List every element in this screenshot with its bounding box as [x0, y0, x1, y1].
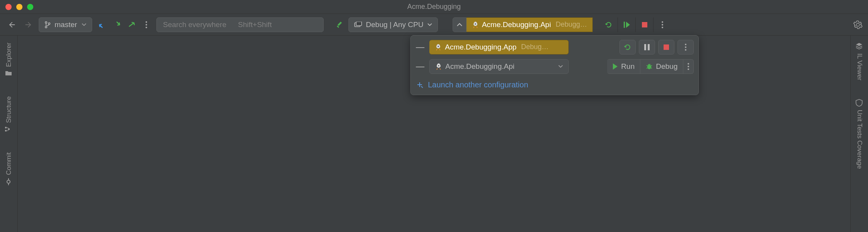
build-button[interactable] — [335, 20, 345, 29]
svg-point-21 — [438, 65, 439, 66]
vcs-push-button[interactable] — [128, 21, 136, 29]
rocket-icon — [435, 63, 442, 70]
rocket-icon — [472, 21, 479, 28]
branch-name: master — [55, 20, 77, 29]
svg-point-3 — [146, 21, 147, 23]
run-config-name: Acme.Debugging.Api — [445, 62, 515, 71]
svg-rect-27 — [5, 130, 7, 131]
rocket-icon — [435, 44, 442, 51]
configuration-icon — [354, 22, 362, 28]
left-sidebar: Explorer Structure Commit — [0, 36, 18, 232]
debug-button-label: Debug — [656, 62, 678, 71]
launch-another-configuration[interactable]: Launch another configuration — [415, 78, 694, 89]
run-configuration-pill-primary[interactable]: Acme.Debugging.Api Debugg… — [467, 17, 593, 32]
svg-rect-9 — [624, 22, 625, 28]
settings-button[interactable] — [853, 19, 863, 30]
window-zoom-button[interactable] — [27, 4, 33, 10]
svg-point-20 — [685, 49, 686, 51]
svg-point-1 — [45, 26, 47, 27]
launch-another-label: Launch another configuration — [428, 80, 528, 89]
window-close-button[interactable] — [5, 4, 12, 10]
svg-rect-10 — [642, 22, 647, 27]
nav-back-button[interactable] — [8, 20, 16, 29]
search-shortcut: Shift+Shift — [238, 20, 272, 29]
sidebar-item-structure[interactable]: Structure — [5, 96, 13, 134]
run-widget: Acme.Debugging.Api Debugg… — [453, 17, 671, 32]
search-placeholder: Search everywhere — [163, 20, 226, 29]
svg-point-13 — [662, 27, 663, 28]
rerun-button[interactable] — [600, 17, 618, 32]
svg-point-24 — [688, 66, 689, 67]
vcs-branch-picker[interactable]: master — [39, 17, 92, 32]
svg-rect-15 — [644, 44, 646, 50]
sidebar-item-unit-tests-coverage[interactable]: Unit Tests Coverage — [856, 99, 863, 169]
run-config-name: Acme.Debugging.Api — [482, 20, 551, 29]
commit-icon — [5, 178, 13, 186]
svg-point-25 — [688, 68, 689, 70]
run-config-status: Debug… — [521, 43, 549, 51]
main-toolbar: master Search everywhere Shift+Shift De — [0, 14, 868, 36]
stop-button[interactable] — [658, 40, 674, 55]
vcs-more-button[interactable] — [142, 21, 150, 29]
run-config-status: Debugg… — [556, 20, 587, 29]
run-button[interactable]: Run — [607, 59, 640, 74]
svg-point-2 — [48, 22, 50, 24]
row-more-button[interactable] — [678, 40, 694, 55]
run-configuration-pill-0[interactable]: Acme.Debugging.App Debug… — [429, 40, 569, 55]
svg-point-18 — [685, 44, 686, 45]
svg-rect-7 — [356, 22, 362, 26]
il-viewer-icon — [856, 43, 863, 50]
remove-config-button[interactable]: — — [415, 61, 425, 72]
svg-point-14 — [438, 46, 439, 47]
run-widget-expand-button[interactable] — [453, 17, 467, 32]
svg-point-8 — [475, 23, 476, 24]
remove-config-button[interactable]: — — [415, 42, 425, 52]
svg-point-22 — [647, 65, 651, 69]
sidebar-item-il-viewer[interactable]: IL Viewer — [856, 43, 863, 80]
svg-point-11 — [662, 21, 663, 23]
sidebar-item-explorer[interactable]: Explorer — [5, 43, 13, 78]
folder-icon — [5, 70, 13, 78]
svg-rect-16 — [648, 44, 650, 50]
structure-icon — [5, 126, 13, 134]
solution-configuration-picker[interactable]: Debug | Any CPU — [348, 17, 438, 32]
row-more-button[interactable] — [683, 59, 694, 74]
svg-point-5 — [146, 27, 147, 28]
window-minimize-button[interactable] — [16, 4, 22, 10]
vcs-actions — [96, 21, 153, 29]
pause-button[interactable] — [639, 40, 655, 55]
run-more-button[interactable] — [653, 17, 671, 32]
svg-point-0 — [45, 21, 47, 23]
titlebar: Acme.Debugging — [0, 0, 868, 14]
svg-point-19 — [685, 46, 686, 48]
stop-button[interactable] — [635, 17, 653, 32]
svg-point-4 — [146, 24, 147, 26]
right-sidebar: IL Viewer Unit Tests Coverage — [850, 36, 868, 232]
run-config-row-0: — Acme.Debugging.App Debug… — [415, 39, 694, 55]
debug-button[interactable]: Debug — [640, 59, 683, 74]
run-config-row-1: — Acme.Debugging.Api Run — [415, 59, 694, 74]
vcs-commit-button[interactable] — [113, 21, 121, 29]
rerun-button[interactable] — [619, 40, 636, 55]
run-config-name: Acme.Debugging.App — [445, 43, 516, 51]
run-widget-dropdown: — Acme.Debugging.App Debug… — [410, 35, 699, 95]
run-button-label: Run — [621, 62, 635, 71]
run-primary-actions — [600, 17, 671, 32]
configuration-label: Debug | Any CPU — [366, 20, 424, 29]
svg-rect-17 — [664, 44, 669, 50]
chevron-down-icon — [427, 23, 432, 26]
nav-forward-button[interactable] — [24, 20, 33, 29]
traffic-lights — [0, 4, 33, 10]
sidebar-item-commit[interactable]: Commit — [5, 152, 13, 186]
chevron-down-icon — [558, 65, 563, 68]
resume-button[interactable] — [618, 17, 635, 32]
run-configuration-pill-1[interactable]: Acme.Debugging.Api — [429, 59, 569, 74]
run-widget-primary-row: Acme.Debugging.Api Debugg… — [453, 17, 671, 32]
coverage-icon — [856, 99, 863, 107]
vcs-update-button[interactable] — [98, 21, 106, 29]
add-icon — [416, 81, 423, 88]
search-everywhere[interactable]: Search everywhere Shift+Shift — [156, 17, 324, 32]
svg-rect-26 — [5, 127, 7, 128]
run-row-actions-0 — [619, 40, 694, 55]
svg-point-23 — [688, 63, 689, 65]
